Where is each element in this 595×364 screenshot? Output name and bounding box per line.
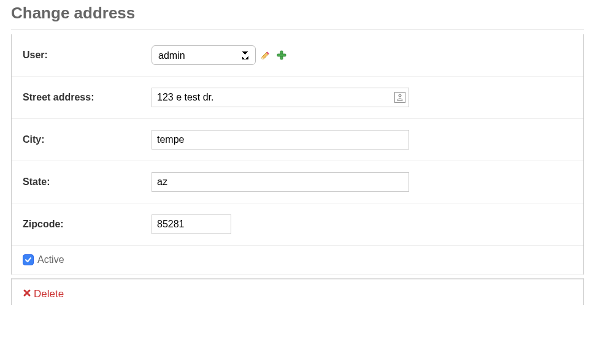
state-label: State: bbox=[23, 176, 152, 188]
row-street: Street address: bbox=[12, 77, 583, 119]
delete-label: Delete bbox=[34, 288, 64, 300]
page-title: Change address bbox=[11, 0, 584, 29]
row-state: State: bbox=[12, 161, 583, 203]
state-input[interactable] bbox=[152, 172, 409, 192]
row-active: Active bbox=[12, 246, 583, 275]
add-icon[interactable] bbox=[275, 49, 288, 61]
city-input[interactable] bbox=[152, 130, 409, 150]
street-label: Street address: bbox=[23, 92, 152, 103]
zipcode-label: Zipcode: bbox=[23, 219, 152, 230]
edit-icon[interactable] bbox=[259, 49, 272, 61]
delete-link[interactable]: Delete bbox=[23, 288, 64, 300]
row-city: City: bbox=[12, 119, 583, 161]
svg-rect-1 bbox=[277, 54, 286, 56]
city-label: City: bbox=[23, 134, 152, 145]
zipcode-input[interactable] bbox=[152, 214, 231, 234]
street-input[interactable] bbox=[152, 88, 409, 107]
delete-icon bbox=[23, 288, 31, 300]
active-label: Active bbox=[37, 254, 64, 265]
contact-icon[interactable] bbox=[394, 92, 405, 103]
row-user: User: admin bbox=[12, 34, 583, 77]
svg-point-2 bbox=[399, 94, 401, 97]
submit-row: Delete bbox=[11, 278, 584, 305]
active-checkbox[interactable] bbox=[23, 254, 34, 265]
user-label: User: bbox=[23, 50, 152, 61]
row-zipcode: Zipcode: bbox=[12, 203, 583, 246]
user-select[interactable]: admin bbox=[152, 45, 256, 65]
form-module: User: admin Street address: bbox=[11, 34, 584, 275]
